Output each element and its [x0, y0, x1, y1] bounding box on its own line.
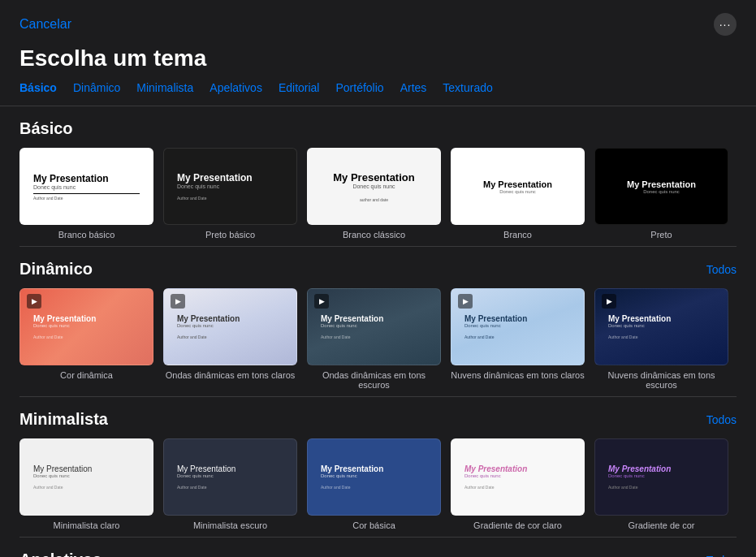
themes-row-dinamico: ▶ My Presentation Donec quis nunc Author…	[19, 288, 737, 390]
theme-label-branco: Branco	[503, 230, 532, 240]
theme-preview-title: My Presentation	[608, 464, 715, 473]
section-minimalista-all[interactable]: Todos	[706, 413, 737, 426]
theme-preview-subtitle: Donec quis nunc	[643, 189, 680, 194]
theme-preview-footer: Author and Date	[177, 196, 283, 201]
theme-branco-classico[interactable]: My Presentation Donec quis nunc author a…	[307, 148, 441, 240]
section-apelativos-all[interactable]: Todos	[706, 554, 737, 558]
themes-row-minimalista: My Presentation Donec quis nunc Author a…	[19, 438, 737, 530]
theme-preview-footer: Author and Date	[33, 335, 140, 339]
section-dinamico-title: Dinâmico	[19, 260, 93, 278]
theme-label-cor-dinamica: Cor dinâmica	[60, 370, 113, 380]
play-icon: ▶	[27, 294, 41, 309]
theme-preview-line	[33, 193, 140, 194]
filter-tab-texturado[interactable]: Texturado	[443, 81, 492, 94]
filter-tab-dinamico[interactable]: Dinâmico	[73, 81, 120, 94]
theme-thumb-gradiente-cor: My Presentation Donec quis nunc Author a…	[594, 438, 728, 516]
theme-preview-title: My Presentation	[33, 173, 140, 184]
theme-preview-subtitle: Donec quis nunc	[177, 473, 283, 478]
theme-label-gradiente-cor: Gradiente de cor	[629, 520, 695, 530]
filter-tab-minimalista[interactable]: Minimalista	[136, 81, 193, 94]
more-button[interactable]	[714, 13, 737, 36]
theme-thumb-branco-classico: My Presentation Donec quis nunc author a…	[307, 148, 441, 225]
section-apelativos-title: Apelativos	[19, 551, 102, 557]
theme-preview-footer: Author and Date	[321, 485, 427, 490]
theme-label-ondas-claros: Ondas dinâmicas em tons claros	[166, 370, 296, 380]
theme-branco-basico[interactable]: My Presentation Donec quis nunc Author a…	[19, 148, 153, 240]
theme-cor-dinamica[interactable]: ▶ My Presentation Donec quis nunc Author…	[19, 288, 153, 390]
theme-thumb-ondas-claros: ▶ My Presentation Donec quis nunc Author…	[163, 288, 297, 365]
cancel-button[interactable]: Cancelar	[19, 17, 71, 32]
theme-preview-subtitle: Donec quis nunc	[464, 323, 571, 328]
theme-gradiente-cor[interactable]: My Presentation Donec quis nunc Author a…	[594, 438, 728, 530]
filter-tab-basico[interactable]: Básico	[19, 81, 57, 94]
theme-minimalista-claro[interactable]: My Presentation Donec quis nunc Author a…	[19, 438, 153, 530]
section-basico-title: Básico	[19, 119, 73, 138]
section-apelativos-header: Apelativos Todos	[19, 551, 737, 557]
theme-thumb-gradiente-claro: My Presentation Donec quis nunc Author a…	[451, 438, 585, 516]
theme-preview-title: My Presentation	[627, 179, 696, 189]
theme-preview-title: My Presentation	[464, 464, 571, 473]
filter-tab-artes[interactable]: Artes	[400, 81, 427, 94]
theme-gradiente-claro[interactable]: My Presentation Donec quis nunc Author a…	[451, 438, 585, 530]
section-basico-header: Básico	[19, 119, 737, 138]
filter-tab-editorial[interactable]: Editorial	[279, 81, 320, 94]
theme-thumb-minimalista-claro: My Presentation Donec quis nunc Author a…	[19, 438, 153, 516]
section-minimalista-title: Minimalista	[19, 410, 108, 429]
theme-preview-subtitle: Donec quis nunc	[177, 323, 283, 328]
theme-preview-footer: Author and Date	[608, 485, 715, 490]
theme-label-minimalista-escuro: Minimalista escuro	[193, 520, 267, 530]
theme-thumb-branco-basico: My Presentation Donec quis nunc Author a…	[19, 148, 153, 225]
play-icon: ▶	[171, 294, 185, 309]
theme-label-branco-basico: Branco básico	[58, 230, 115, 240]
play-icon: ▶	[602, 294, 616, 309]
theme-preview-subtitle: Donec quis nunc	[464, 473, 571, 478]
filter-tabs: Básico Dinâmico Minimalista Apelativos E…	[0, 81, 756, 106]
content-area: Básico My Presentation Donec quis nunc A…	[0, 106, 756, 557]
theme-thumb-minimalista-escuro: My Presentation Donec quis nunc Author a…	[163, 438, 297, 516]
theme-preview-footer: Author and Date	[608, 335, 715, 339]
theme-preview-title: My Presentation	[608, 314, 715, 323]
theme-thumb-nuvens-escuros: ▶ My Presentation Donec quis nunc Author…	[594, 288, 728, 365]
filter-tab-portfolio[interactable]: Portéfolio	[335, 81, 383, 94]
play-icon: ▶	[314, 294, 329, 309]
filter-tab-apelativos[interactable]: Apelativos	[210, 81, 262, 94]
theme-thumb-preto-basico: My Presentation Donec quis nunc Author a…	[163, 148, 297, 225]
theme-preview-title: My Presentation	[33, 464, 140, 473]
section-minimalista-header: Minimalista Todos	[19, 410, 737, 429]
theme-preview-title: My Presentation	[177, 172, 283, 184]
theme-label-branco-classico: Branco clássico	[343, 230, 405, 240]
theme-preview-subtitle: Donec quis nunc	[499, 189, 536, 194]
theme-thumb-cor-dinamica: ▶ My Presentation Donec quis nunc Author…	[19, 288, 153, 365]
theme-preview-footer: Author and Date	[321, 335, 427, 339]
theme-preview-subtitle: Donec quis nunc	[321, 473, 427, 478]
theme-label-nuvens-claros: Nuvens dinâmicas em tons claros	[451, 370, 584, 380]
theme-ondas-claros[interactable]: ▶ My Presentation Donec quis nunc Author…	[163, 288, 297, 390]
theme-branco[interactable]: My Presentation Donec quis nunc Branco	[451, 148, 585, 240]
theme-thumb-ondas-escuros: ▶ My Presentation Donec quis nunc Author…	[307, 288, 441, 365]
theme-preview-title: My Presentation	[177, 464, 283, 473]
theme-preview-subtitle: Donec quis nunc	[177, 184, 283, 189]
theme-preview-footer: Author and Date	[177, 335, 283, 339]
theme-preview-footer: Author and Date	[464, 335, 571, 339]
theme-preview-title: My Presentation	[333, 171, 414, 184]
theme-cor-basica[interactable]: My Presentation Donec quis nunc Author a…	[307, 438, 441, 530]
theme-preview-footer: Author and Date	[177, 485, 283, 490]
section-basico: Básico My Presentation Donec quis nunc A…	[0, 106, 756, 246]
theme-thumb-preto: My Presentation Donec quis nunc	[594, 148, 728, 225]
themes-row-basico: My Presentation Donec quis nunc Author a…	[19, 148, 737, 240]
theme-preview-footer: Author and Date	[464, 485, 571, 490]
theme-nuvens-claros[interactable]: ▶ My Presentation Donec quis nunc Author…	[451, 288, 585, 390]
section-apelativos: Apelativos Todos MYPRESENTATION MYPRESEN…	[0, 538, 756, 557]
theme-label-ondas-escuros: Ondas dinâmicas em tons escuros	[307, 370, 441, 390]
theme-preview-title: My Presentation	[177, 314, 283, 323]
theme-preto-basico[interactable]: My Presentation Donec quis nunc Author a…	[163, 148, 297, 240]
theme-ondas-escuros[interactable]: ▶ My Presentation Donec quis nunc Author…	[307, 288, 441, 390]
theme-label-cor-basica: Cor básica	[352, 520, 395, 530]
theme-label-minimalista-claro: Minimalista claro	[54, 520, 120, 530]
section-dinamico-all[interactable]: Todos	[706, 263, 737, 276]
theme-minimalista-escuro[interactable]: My Presentation Donec quis nunc Author a…	[163, 438, 297, 530]
theme-nuvens-escuros[interactable]: ▶ My Presentation Donec quis nunc Author…	[594, 288, 728, 390]
theme-label-preto-basico: Preto básico	[205, 230, 255, 240]
theme-preview-footer: Author and Date	[33, 196, 140, 201]
theme-preto[interactable]: My Presentation Donec quis nunc Preto	[594, 148, 728, 240]
